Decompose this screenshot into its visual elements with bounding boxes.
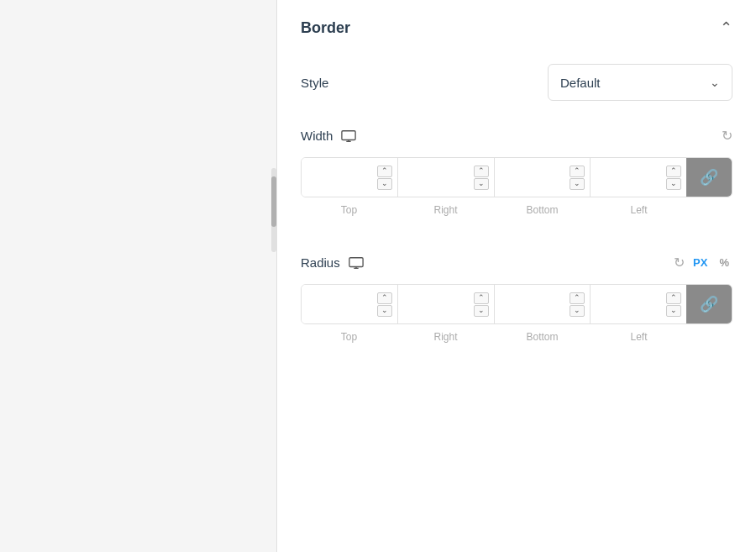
width-right-stepper[interactable]: ⌃ ⌄ [474, 166, 489, 190]
width-right-cell: ⌃ ⌄ [398, 158, 495, 197]
style-label: Style [301, 76, 328, 90]
radius-px-button[interactable]: PX [690, 255, 711, 271]
scrollbar-thumb[interactable] [271, 176, 276, 227]
width-top-down[interactable]: ⌄ [377, 178, 392, 190]
collapse-icon[interactable]: ⌃ [720, 18, 732, 37]
width-right-down[interactable]: ⌄ [474, 178, 489, 190]
radius-label: Radius [301, 255, 340, 270]
radius-bottom-stepper[interactable]: ⌃ ⌄ [570, 292, 585, 317]
width-left-up[interactable]: ⌃ [666, 166, 681, 177]
border-section-header: Border ⌃ [277, 0, 756, 52]
width-right-up[interactable]: ⌃ [474, 166, 489, 177]
width-header: Width ↻ [301, 128, 732, 144]
radius-subsection: Radius ↻ PX % ⌃ ⌄ [277, 239, 756, 356]
radius-right-stepper[interactable]: ⌃ ⌄ [474, 292, 489, 317]
radius-label-right: Right [397, 331, 494, 343]
radius-right-cell: ⌃ ⌄ [398, 285, 495, 323]
width-subsection: Width ↻ ⌃ ⌄ ⌃ [277, 113, 756, 229]
radius-bottom-cell: ⌃ ⌄ [495, 285, 591, 323]
radius-top-cell: ⌃ ⌄ [302, 285, 398, 323]
width-label-top: Top [301, 204, 397, 216]
width-labels-row: Top Right Bottom Left [301, 204, 732, 216]
width-bottom-down[interactable]: ⌄ [570, 178, 585, 190]
radius-bottom-up[interactable]: ⌃ [570, 292, 585, 304]
radius-top-down[interactable]: ⌄ [377, 305, 392, 317]
radius-unit-buttons: ↻ PX % [674, 255, 732, 271]
radius-link-button[interactable]: 🔗 [686, 285, 732, 323]
width-left-down[interactable]: ⌄ [666, 178, 681, 190]
radius-left-up[interactable]: ⌃ [666, 292, 681, 304]
radius-right-down[interactable]: ⌄ [474, 305, 489, 317]
radius-label-bottom: Bottom [494, 331, 591, 343]
border-title: Border [301, 19, 350, 37]
radius-right-up[interactable]: ⌃ [474, 292, 489, 304]
left-sidebar [0, 0, 277, 552]
radius-top-stepper[interactable]: ⌃ ⌄ [377, 292, 392, 317]
svg-rect-3 [349, 257, 363, 266]
width-left-stepper[interactable]: ⌃ ⌄ [666, 166, 681, 190]
width-bottom-up[interactable]: ⌃ [570, 166, 585, 177]
svg-rect-0 [342, 130, 355, 139]
width-reset-icon[interactable]: ↻ [722, 128, 732, 144]
width-top-up[interactable]: ⌃ [377, 166, 392, 177]
width-header-left: Width [301, 129, 356, 144]
width-top-stepper[interactable]: ⌃ ⌄ [377, 166, 392, 190]
width-label-left: Left [591, 204, 687, 216]
radius-left-down[interactable]: ⌄ [666, 305, 681, 317]
width-monitor-icon [341, 129, 356, 144]
width-left-cell: ⌃ ⌄ [591, 158, 686, 197]
width-label: Width [301, 129, 333, 143]
radius-header: Radius ↻ PX % [301, 255, 732, 271]
radius-link-icon: 🔗 [700, 295, 718, 313]
width-link-button[interactable]: 🔗 [686, 158, 732, 197]
width-inputs-row: ⌃ ⌄ ⌃ ⌄ ⌃ ⌄ ⌃ ⌄ [301, 157, 732, 197]
style-row: Style Default ⌄ [277, 52, 756, 113]
width-link-icon: 🔗 [700, 168, 718, 187]
width-bottom-stepper[interactable]: ⌃ ⌄ [570, 166, 585, 190]
radius-inputs-row: ⌃ ⌄ ⌃ ⌄ ⌃ ⌄ ⌃ ⌄ [301, 284, 732, 324]
radius-label-top: Top [301, 331, 397, 343]
width-label-bottom: Bottom [494, 204, 591, 216]
radius-left-stepper[interactable]: ⌃ ⌄ [666, 292, 681, 317]
scrollbar-track [271, 168, 276, 252]
radius-top-up[interactable]: ⌃ [377, 292, 392, 304]
width-bottom-cell: ⌃ ⌄ [495, 158, 591, 197]
radius-header-left: Radius [301, 255, 364, 271]
style-value: Default [560, 76, 601, 90]
radius-percent-button[interactable]: % [716, 255, 732, 271]
radius-reset-icon[interactable]: ↻ [674, 255, 685, 271]
radius-labels-row: Top Right Bottom Left [301, 331, 732, 343]
right-panel: Border ⌃ Style Default ⌄ Width ↻ [277, 0, 756, 552]
radius-bottom-down[interactable]: ⌄ [570, 305, 585, 317]
radius-left-cell: ⌃ ⌄ [591, 285, 686, 323]
radius-monitor-icon [349, 255, 364, 271]
radius-label-left: Left [591, 331, 687, 343]
style-dropdown[interactable]: Default ⌄ [548, 64, 732, 101]
width-top-cell: ⌃ ⌄ [302, 158, 398, 197]
width-label-right: Right [397, 204, 494, 216]
dropdown-chevron-icon: ⌄ [710, 76, 720, 89]
